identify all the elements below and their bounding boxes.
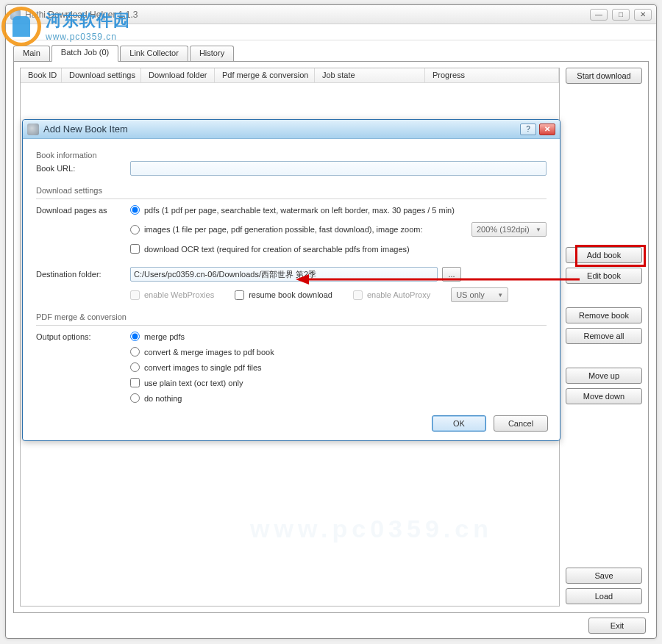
radio-convert-single[interactable] <box>130 362 140 372</box>
destination-input[interactable] <box>130 267 438 282</box>
label-download-pages-as: Download pages as <box>36 205 130 215</box>
dialog-body: Book information Book URL: Download sett… <box>23 139 560 422</box>
divider <box>36 198 547 199</box>
radio-pdfs[interactable] <box>130 205 140 215</box>
section-download-settings: Download settings <box>36 182 547 196</box>
radio-pdfs-label: pdfs (1 pdf per page, searchable text, w… <box>144 206 455 215</box>
radio-do-nothing[interactable] <box>130 393 140 403</box>
label-destination: Destination folder: <box>36 270 130 279</box>
menubar <box>6 24 656 40</box>
row-book-url: Book URL: <box>36 161 547 176</box>
cancel-button[interactable]: Cancel <box>494 415 548 432</box>
col-book-id[interactable]: Book ID <box>21 68 62 82</box>
table-header-row: Book ID Download settings Download folde… <box>21 68 559 83</box>
radio-merge-label: merge pdfs <box>144 332 185 341</box>
app-icon <box>10 10 21 20</box>
check-ocr-row: download OCR text (required for creation… <box>130 244 547 254</box>
autoproxy-value: US only <box>456 290 485 299</box>
check-resume-row: resume book download <box>235 290 332 300</box>
remove-all-button[interactable]: Remove all <box>566 328 642 344</box>
window-controls: — □ ✕ <box>590 9 652 21</box>
radio-pdfs-row: pdfs (1 pdf per page, searchable text, w… <box>130 205 547 215</box>
check-autoproxy <box>353 290 363 300</box>
book-url-input[interactable] <box>130 161 547 176</box>
row-destination: Destination folder: ... <box>36 267 547 282</box>
radio-conv2-row: convert images to single pdf files <box>130 362 547 372</box>
move-up-button[interactable]: Move up <box>566 368 642 384</box>
radio-nothing-row: do nothing <box>130 393 547 403</box>
tab-batch-job[interactable]: Batch Job (0) <box>51 45 118 62</box>
dialog-icon <box>27 124 39 135</box>
dialog-titlebar: Add New Book Item ? ✕ <box>23 120 560 139</box>
radio-merge-pdfs[interactable] <box>130 332 140 341</box>
autoproxy-dropdown: US only ▼ <box>451 287 508 302</box>
radio-conv2-label: convert images to single pdf files <box>144 363 262 372</box>
col-job-state[interactable]: Job state <box>315 68 425 82</box>
save-button[interactable]: Save <box>566 568 642 584</box>
dialog-controls: ? ✕ <box>520 124 555 135</box>
dialog-button-bar: OK Cancel <box>432 415 548 432</box>
dialog-title: Add New Book Item <box>43 124 520 135</box>
titlebar: Hathi Download Helper 1.1.3 — □ ✕ <box>6 5 656 24</box>
check-webproxies-row: enable WebProxies <box>130 290 214 300</box>
check-plain-row: use plain text (ocr text) only <box>130 378 547 387</box>
chevron-down-icon: ▼ <box>535 226 541 233</box>
radio-conv1-label: convert & merge images to pdf book <box>144 348 274 357</box>
move-down-button[interactable]: Move down <box>566 388 642 404</box>
radio-nothing-label: do nothing <box>144 394 182 403</box>
zoom-dropdown[interactable]: 200% (192dpi) ▼ <box>471 222 547 237</box>
check-resume-label: resume book download <box>249 290 332 299</box>
check-download-ocr-label: download OCR text (required for creation… <box>144 245 410 254</box>
row-output-options: Output options: merge pdfs convert & mer… <box>36 332 547 409</box>
divider <box>36 325 547 326</box>
tab-main[interactable]: Main <box>13 46 50 61</box>
browse-button[interactable]: ... <box>442 267 461 282</box>
ok-button[interactable]: OK <box>432 415 486 432</box>
col-progress[interactable]: Progress <box>425 68 559 82</box>
start-download-button[interactable]: Start download <box>566 68 642 84</box>
tab-history[interactable]: History <box>190 46 234 61</box>
check-download-ocr[interactable] <box>130 244 140 254</box>
maximize-button[interactable]: □ <box>612 9 630 21</box>
zoom-value: 200% (192dpi) <box>477 225 530 234</box>
row-download-pages-as: Download pages as pdfs (1 pdf per page, … <box>36 205 547 261</box>
col-download-folder[interactable]: Download folder <box>141 68 215 82</box>
minimize-button[interactable]: — <box>590 9 608 21</box>
radio-images-row: images (1 file per page, pdf generation … <box>130 222 547 237</box>
check-resume[interactable] <box>235 290 244 300</box>
close-button[interactable]: ✕ <box>634 9 652 21</box>
col-download-settings[interactable]: Download settings <box>62 68 141 82</box>
label-output-options: Output options: <box>36 332 130 341</box>
add-book-button[interactable]: Add book <box>566 247 642 263</box>
radio-merge-row: merge pdfs <box>130 332 547 341</box>
remove-book-button[interactable]: Remove book <box>566 307 642 323</box>
tab-strip: Main Batch Job (0) Link Collector Histor… <box>13 45 649 61</box>
section-book-info: Book information <box>36 146 547 161</box>
check-webproxies <box>130 290 140 300</box>
radio-convert-merge[interactable] <box>130 347 140 357</box>
edit-book-button[interactable]: Edit book <box>566 268 642 284</box>
dialog-help-button[interactable]: ? <box>520 124 536 135</box>
radio-images[interactable] <box>130 225 140 235</box>
radio-images-label: images (1 file per page, pdf generation … <box>144 225 423 234</box>
window-title: Hathi Download Helper 1.1.3 <box>25 10 590 20</box>
tab-link-collector[interactable]: Link Collector <box>120 46 188 61</box>
row-proxy-options: enable WebProxies resume book download e… <box>130 287 547 302</box>
check-autoproxy-row: enable AutoProxy <box>353 290 430 300</box>
section-pdf-merge: PDF merge & conversion <box>36 308 547 323</box>
load-button[interactable]: Load <box>566 588 642 604</box>
check-webproxies-label: enable WebProxies <box>144 290 214 299</box>
bottom-bar: Exit <box>6 613 656 638</box>
check-plain-text[interactable] <box>130 378 140 387</box>
add-book-dialog: Add New Book Item ? ✕ Book information B… <box>22 119 560 441</box>
label-book-url: Book URL: <box>36 164 130 173</box>
chevron-down-icon: ▼ <box>497 292 503 298</box>
check-plain-label: use plain text (ocr text) only <box>144 379 243 387</box>
side-button-column: Start download Add book Edit book Remove… <box>566 68 642 604</box>
exit-button[interactable]: Exit <box>588 618 646 634</box>
check-autoproxy-label: enable AutoProxy <box>367 290 430 299</box>
radio-conv1-row: convert & merge images to pdf book <box>130 347 547 357</box>
col-pdf-merge[interactable]: Pdf merge & conversion <box>215 68 315 82</box>
dialog-close-button[interactable]: ✕ <box>539 124 555 135</box>
